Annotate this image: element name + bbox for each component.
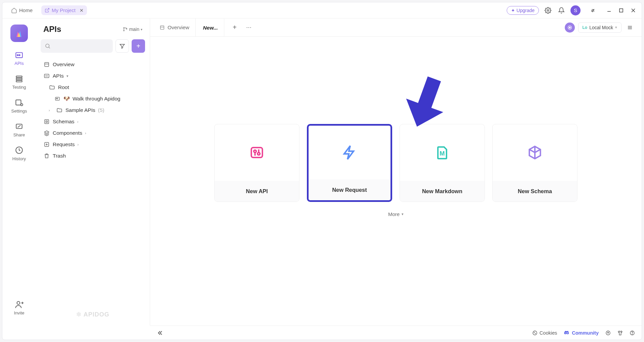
- discord-icon: [564, 330, 570, 336]
- rail-item-label: Share: [13, 132, 25, 137]
- branch-icon: [123, 27, 128, 32]
- window-close-button[interactable]: [630, 7, 636, 13]
- rail-settings[interactable]: Settings: [11, 98, 27, 114]
- tabstrip: Overview New... + ⋯ Lo Local Mock ▾: [150, 18, 642, 37]
- components-icon: [43, 130, 50, 136]
- lightning-icon: [341, 144, 358, 161]
- overview-icon: [43, 61, 50, 68]
- tree-item-label: Walk through Apidog: [73, 96, 120, 102]
- rail-invite[interactable]: Invite: [14, 300, 24, 315]
- collapse-sidebar-button[interactable]: [157, 330, 163, 336]
- tree-item-label: Root: [58, 84, 69, 90]
- close-icon[interactable]: ✕: [80, 8, 84, 13]
- svg-point-16: [17, 301, 20, 304]
- svg-rect-22: [45, 62, 49, 67]
- sparkle-icon: ✦: [511, 8, 515, 13]
- svg-point-44: [534, 332, 534, 333]
- community-link[interactable]: Community: [564, 330, 599, 336]
- more-link[interactable]: More ▾: [388, 211, 404, 217]
- project-tab-label: My Project: [52, 7, 76, 13]
- svg-rect-9: [16, 76, 22, 77]
- filter-button[interactable]: [116, 39, 129, 53]
- svg-rect-28: [45, 120, 49, 124]
- tree-sample-apis[interactable]: › Sample APIs (5): [39, 104, 146, 116]
- markdown-doc-icon: M: [435, 145, 450, 160]
- tree-schemas[interactable]: Schemas ›: [39, 116, 146, 127]
- add-button[interactable]: +: [132, 39, 145, 53]
- upgrade-button[interactable]: ✦ Upgrade: [507, 6, 539, 15]
- svg-point-48: [632, 334, 632, 334]
- rail-item-label: APIs: [14, 61, 24, 66]
- window-maximize-button[interactable]: [618, 7, 624, 13]
- tree-requests[interactable]: Requests ›: [39, 139, 146, 150]
- svg-point-18: [123, 30, 124, 31]
- search-input[interactable]: [41, 39, 113, 53]
- schemas-icon: [43, 119, 50, 125]
- tree-overview[interactable]: Overview: [39, 59, 146, 70]
- bell-icon[interactable]: [557, 6, 566, 15]
- tree-trash[interactable]: Trash: [39, 150, 146, 162]
- card-new-markdown[interactable]: M New Markdown: [400, 124, 485, 202]
- chevron-down-icon: ▾: [66, 74, 71, 78]
- svg-point-7: [17, 54, 18, 55]
- tab-more-button[interactable]: ⋯: [242, 24, 255, 31]
- card-new-request[interactable]: New Request: [307, 124, 392, 202]
- svg-point-26: [47, 76, 48, 76]
- app-logo[interactable]: [10, 25, 28, 42]
- chevron-right-icon: ›: [85, 131, 90, 135]
- svg-point-33: [569, 27, 570, 28]
- cookies-link[interactable]: Cookies: [532, 330, 557, 336]
- svg-point-39: [258, 153, 260, 155]
- chevron-down-icon: ▾: [615, 25, 617, 30]
- filter-icon: [119, 43, 125, 49]
- help-icon-button[interactable]: [630, 330, 635, 336]
- tab-add-button[interactable]: +: [228, 21, 241, 34]
- tree-apis[interactable]: APIs ▾: [39, 70, 146, 82]
- card-new-api[interactable]: New API: [214, 124, 300, 202]
- env-prefix: Lo: [583, 25, 588, 30]
- settings-gear-icon[interactable]: [544, 6, 552, 15]
- tab-overview[interactable]: Overview: [153, 18, 196, 36]
- requests-icon: [43, 141, 50, 147]
- rail-item-label: Settings: [11, 109, 27, 114]
- branch-selector[interactable]: main ▾: [123, 27, 142, 32]
- pin-icon[interactable]: [589, 6, 597, 15]
- tree-item-label: Requests: [53, 141, 75, 147]
- settings-icon: [14, 98, 24, 107]
- card-new-schema[interactable]: New Schema: [492, 124, 578, 202]
- tree-item-label: APIs: [53, 73, 64, 79]
- rail-history[interactable]: History: [12, 145, 26, 161]
- tree-item-label: Trash: [53, 153, 66, 159]
- apis-icon: [14, 50, 24, 59]
- env-menu-button[interactable]: [625, 23, 635, 33]
- tree-root[interactable]: Root: [39, 82, 146, 93]
- titlebar: Home My Project ✕ ✦ Upgrade S: [2, 2, 642, 18]
- rail-testing[interactable]: Testing: [12, 74, 26, 90]
- tree-item-label: Schemas: [53, 119, 75, 125]
- project-tab[interactable]: My Project ✕: [41, 5, 87, 15]
- svg-point-13: [20, 103, 23, 106]
- tree-item-label: Components: [53, 130, 82, 136]
- chevron-right-icon: ›: [77, 120, 82, 124]
- window-minimize-button[interactable]: [606, 7, 612, 13]
- avatar[interactable]: S: [570, 5, 581, 15]
- svg-point-17: [123, 28, 124, 29]
- rail-apis[interactable]: APIs: [14, 50, 24, 66]
- upgrade-label: Upgrade: [516, 8, 535, 13]
- rail-share[interactable]: Share: [13, 122, 25, 137]
- env-selector[interactable]: Lo Local Mock ▾: [578, 23, 622, 33]
- svg-point-20: [46, 44, 49, 48]
- branch-label: main: [129, 27, 139, 32]
- tshirt-icon-button[interactable]: [617, 330, 623, 336]
- env-indicator[interactable]: [565, 23, 575, 33]
- tree-walkthrough[interactable]: 🐶 Walk through Apidog: [39, 93, 146, 104]
- dog-emoji-icon: 🐶: [63, 96, 70, 102]
- trash-icon: [43, 153, 50, 159]
- tree-components[interactable]: Components ›: [39, 127, 146, 139]
- main-area: Overview New... + ⋯ Lo Local Mock ▾: [150, 18, 642, 326]
- home-link[interactable]: Home: [8, 5, 36, 15]
- tab-new[interactable]: New...: [197, 18, 224, 36]
- card-label: New API: [215, 181, 299, 202]
- upload-icon-button[interactable]: [605, 330, 611, 336]
- sidebar: APIs main ▾ +: [36, 18, 150, 326]
